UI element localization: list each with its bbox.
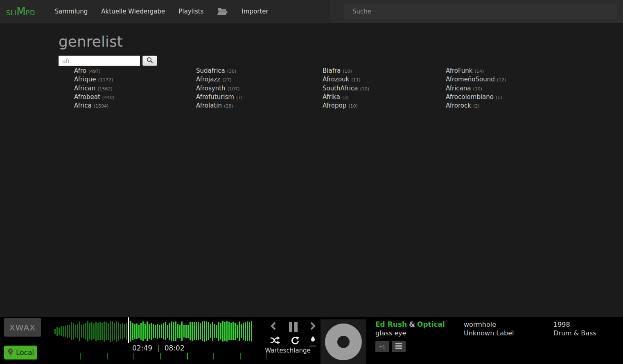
genre-link[interactable]: Afropop(10) [323, 101, 358, 109]
waveform-bar [202, 321, 203, 341]
global-search-input[interactable] [344, 4, 617, 19]
genre-link[interactable]: AfromeñoSound(12) [446, 75, 506, 83]
album-name: wormhole [464, 320, 514, 329]
genre-link[interactable]: Afrolatin(28) [196, 101, 233, 109]
repeat-button[interactable] [291, 336, 300, 346]
genre-link[interactable]: Afrozouk(11) [323, 75, 361, 83]
waveform-bar [61, 326, 62, 336]
genre-link[interactable]: Afrosynth(107) [196, 84, 239, 92]
genre-link[interactable]: Africana(10) [446, 84, 482, 92]
genre-list-item: African(1562) [74, 84, 114, 93]
nav-item-sammlung[interactable]: Sammlung [55, 8, 88, 15]
deck-label-xwax[interactable]: XWAX [4, 318, 41, 337]
artist-link-a[interactable]: Ed Rush [375, 320, 407, 328]
nav-item-aktuelle-wiedergabe[interactable]: Aktuelle Wiedergabe [101, 8, 165, 15]
waveform-bar [106, 322, 107, 341]
artist-link-b[interactable]: Optical [417, 320, 445, 328]
waveform-bar [138, 325, 140, 337]
genre-filter-search-button[interactable] [142, 56, 157, 66]
genre-link[interactable]: Biafra(10) [323, 67, 352, 74]
genre-link[interactable]: Sudafrica(30) [196, 67, 236, 74]
shuffle-button[interactable] [270, 336, 280, 346]
genre-link[interactable]: SouthAfrica(10) [323, 84, 369, 92]
queue-link[interactable]: Warteschlange [261, 347, 314, 354]
pause-button[interactable] [289, 322, 298, 332]
waveform-bar [230, 323, 232, 339]
consume-mode-button[interactable] [309, 336, 316, 346]
waveform-bar [79, 321, 80, 341]
waveform-bar [87, 321, 88, 342]
waveform-bar [247, 321, 248, 341]
timeline-tick [107, 353, 108, 360]
genre-list-item: Afrorock(2) [446, 101, 506, 110]
folder-open-icon[interactable] [217, 7, 228, 16]
nav-item-importer[interactable]: Importer [242, 8, 268, 15]
waveform-bar [110, 321, 111, 342]
genre-link[interactable]: Afrika(3) [323, 93, 349, 101]
waveform-bar [149, 324, 150, 339]
waveform-seek-area[interactable] [54, 319, 253, 344]
tracklist-button[interactable] [392, 341, 406, 352]
waveform-bar [83, 324, 84, 338]
genre-list-item: Afrozouk(11) [323, 75, 369, 84]
waveform-bar [89, 323, 90, 339]
waveform-bar [206, 321, 207, 341]
genre-list-item: Afrobeat(440) [74, 93, 114, 101]
album-info: wormhole Unknown Label [464, 320, 514, 337]
genre-link[interactable]: Afrofuturism(7) [196, 93, 243, 101]
genre-link[interactable]: Afrojazz(27) [196, 75, 232, 83]
waveform-bar [102, 323, 103, 340]
genre-link[interactable]: Afrorock(2) [446, 101, 480, 109]
cover-art[interactable] [321, 319, 366, 364]
flame-icon [310, 336, 316, 345]
previous-track-button[interactable] [270, 321, 276, 332]
genre-list-item: Afrojazz(27) [196, 75, 243, 84]
waveform-bar [183, 325, 185, 337]
waveform-bar [210, 324, 211, 338]
list-icon [395, 343, 402, 351]
waveform-bar [239, 321, 240, 341]
waveform-bar [91, 322, 93, 340]
total-time: 08:02 [165, 344, 185, 352]
waveform-bar [196, 322, 197, 341]
timeline-tick [213, 353, 214, 360]
timeline-tick [187, 353, 188, 360]
timeline-tick [240, 353, 241, 360]
waveform-bar [159, 325, 160, 338]
genre-link[interactable]: Afrobeat(440) [74, 93, 114, 101]
waveform-bar [232, 322, 234, 340]
genre-column-4: AfroFunk(14)AfromeñoSound(12)Africana(10… [446, 67, 506, 110]
genre-link[interactable]: Afrocolombiano(1) [446, 93, 502, 101]
waveform-bar [147, 321, 148, 341]
genre-link[interactable]: AfroFunk(14) [446, 67, 484, 74]
genre-link[interactable]: African(1562) [74, 84, 113, 92]
consume-underline [309, 346, 316, 346]
waveform-bar [93, 324, 95, 339]
genre-link[interactable]: Afro(497) [74, 67, 101, 74]
local-button[interactable]: Local [4, 346, 37, 360]
track-actions: +1 [375, 341, 445, 352]
plus-one-button[interactable]: +1 [375, 341, 389, 352]
waveform-bar [245, 322, 246, 341]
nav-item-playlists[interactable]: Playlists [178, 8, 203, 15]
waveform-bar [251, 321, 252, 342]
timeline-tick [80, 353, 81, 360]
genre-list-item: Sudafrica(30) [196, 67, 243, 75]
waveform-bar [85, 323, 86, 339]
waveform-bar [179, 325, 181, 338]
next-track-button[interactable] [310, 321, 316, 332]
waveform-bar [155, 325, 156, 338]
time-display: 02:49 | 08:02 [132, 344, 185, 352]
app-logo[interactable]: SLIMPD [0, 5, 35, 18]
waveform-bar [104, 321, 105, 342]
genre-list-item: AfroFunk(14) [446, 67, 506, 75]
genre-link[interactable]: Afrique(1172) [74, 75, 113, 83]
waveform-bar [181, 321, 183, 341]
waveform-bar [204, 321, 205, 342]
waveform-bar [95, 322, 97, 341]
waveform-bar [173, 322, 174, 340]
genre-link[interactable]: Africa(1594) [74, 101, 108, 109]
waveform-bar [243, 323, 244, 340]
map-marker-icon [7, 348, 14, 357]
genre-filter-input[interactable] [59, 56, 140, 66]
